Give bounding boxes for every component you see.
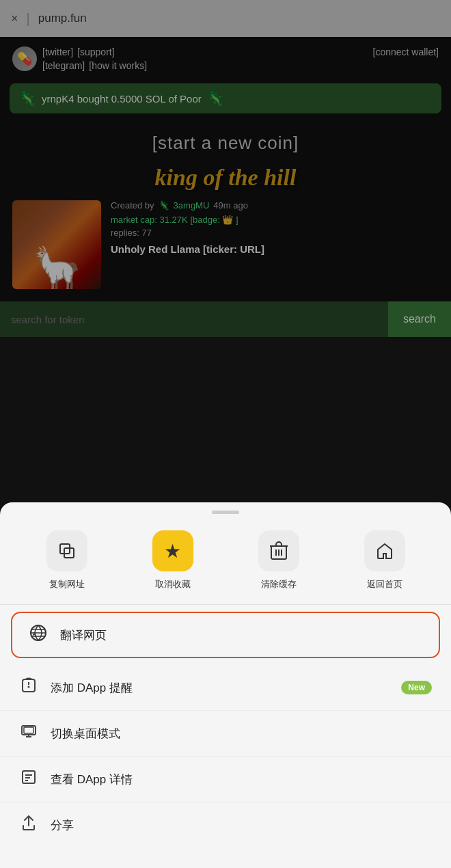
quick-action-copy-url[interactable]: 复制网址 xyxy=(46,530,87,591)
desktop-mode-icon xyxy=(19,723,38,744)
home-label: 返回首页 xyxy=(367,578,402,591)
menu-item-desktop-mode[interactable]: 切换桌面模式 xyxy=(0,711,451,757)
quick-action-home[interactable]: 返回首页 xyxy=(364,530,405,591)
quick-action-unfavorite[interactable]: ★ 取消收藏 xyxy=(152,530,193,591)
svg-rect-12 xyxy=(23,679,35,692)
svg-rect-16 xyxy=(24,727,33,733)
menu-item-translate[interactable]: A 翻译网页 xyxy=(11,612,440,658)
menu-item-share[interactable]: 分享 xyxy=(0,802,451,847)
share-icon xyxy=(19,815,38,835)
clear-cache-label: 清除缓存 xyxy=(261,578,297,591)
svg-text:A: A xyxy=(32,631,37,638)
home-icon xyxy=(364,530,405,571)
copy-url-label: 复制网址 xyxy=(49,578,85,591)
svg-point-14 xyxy=(28,686,30,688)
clear-cache-icon xyxy=(258,530,299,571)
share-label: 分享 xyxy=(51,817,432,833)
unfavorite-label: 取消收藏 xyxy=(155,578,191,591)
quick-actions: 复制网址 ★ 取消收藏 清除缓存 xyxy=(0,525,451,605)
desktop-mode-label: 切换桌面模式 xyxy=(51,726,432,742)
translate-label: 翻译网页 xyxy=(60,627,422,643)
translate-icon: A xyxy=(29,624,48,646)
quick-action-clear-cache[interactable]: 清除缓存 xyxy=(258,530,299,591)
copy-url-icon xyxy=(46,530,87,571)
dapp-detail-icon xyxy=(19,769,38,789)
unfavorite-icon: ★ xyxy=(152,530,193,571)
menu-list: A 翻译网页 添加 DApp 提醒 New xyxy=(0,612,451,847)
menu-item-dapp-detail[interactable]: 查看 DApp 详情 xyxy=(0,757,451,802)
add-dapp-label: 添加 DApp 提醒 xyxy=(51,680,389,696)
sheet-handle xyxy=(212,511,239,514)
dapp-detail-label: 查看 DApp 详情 xyxy=(51,772,432,787)
menu-item-add-dapp[interactable]: 添加 DApp 提醒 New xyxy=(0,665,451,711)
add-dapp-icon xyxy=(19,677,38,698)
add-dapp-badge: New xyxy=(401,681,432,694)
bottom-sheet: 复制网址 ★ 取消收藏 清除缓存 xyxy=(0,502,451,868)
